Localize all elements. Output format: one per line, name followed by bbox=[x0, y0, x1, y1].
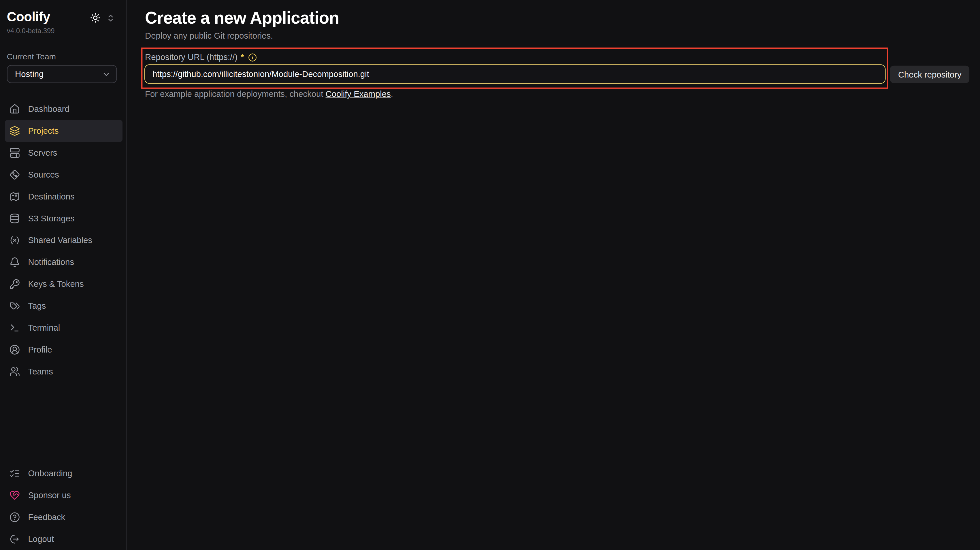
sidebar-item-sources[interactable]: Sources bbox=[5, 164, 123, 186]
git-branch-icon bbox=[10, 170, 20, 180]
sidebar-item-terminal[interactable]: Terminal bbox=[5, 317, 123, 339]
sidebar-item-label: Sources bbox=[28, 170, 59, 180]
sidebar-footer-nav: Onboarding Sponsor us Feedback Logout bbox=[5, 463, 123, 550]
terminal-icon bbox=[10, 323, 20, 333]
logout-icon bbox=[10, 534, 20, 545]
key-icon bbox=[10, 279, 20, 289]
sidebar-item-dashboard[interactable]: Dashboard bbox=[5, 98, 123, 120]
main-content: Create a new Application Deploy any publ… bbox=[127, 0, 980, 550]
bell-icon bbox=[10, 257, 20, 267]
repository-url-input[interactable] bbox=[145, 64, 886, 84]
home-icon bbox=[10, 104, 20, 114]
sidebar: Coolify v4.0.0-beta.399 Current Team Hos… bbox=[0, 0, 127, 550]
sidebar-item-servers[interactable]: Servers bbox=[5, 142, 123, 164]
sidebar-header: Coolify v4.0.0-beta.399 bbox=[0, 0, 126, 34]
current-team-label: Current Team bbox=[7, 52, 56, 61]
sidebar-item-label: Dashboard bbox=[28, 104, 70, 114]
sidebar-item-sponsor-us[interactable]: Sponsor us bbox=[5, 484, 123, 506]
helper-suffix: . bbox=[391, 89, 393, 99]
theme-toggle-sun-icon[interactable] bbox=[90, 13, 100, 23]
heart-handshake-icon bbox=[10, 490, 20, 501]
checklist-icon bbox=[10, 468, 20, 479]
sidebar-item-shared-variables[interactable]: Shared Variables bbox=[5, 229, 123, 251]
page-subtitle: Deploy any public Git repositories. bbox=[145, 31, 273, 41]
sidebar-item-teams[interactable]: Teams bbox=[5, 361, 123, 383]
sidebar-nav: Dashboard Projects Servers Sources Desti… bbox=[5, 98, 123, 383]
sidebar-item-label: Teams bbox=[28, 367, 53, 377]
sidebar-item-label: Destinations bbox=[28, 192, 75, 202]
layers-icon bbox=[10, 126, 20, 136]
page-title: Create a new Application bbox=[145, 9, 339, 28]
sidebar-item-label: Projects bbox=[28, 126, 59, 136]
chevrons-up-down-icon[interactable] bbox=[107, 14, 115, 22]
sidebar-item-label: Onboarding bbox=[28, 469, 72, 478]
sidebar-item-onboarding[interactable]: Onboarding bbox=[5, 463, 123, 485]
sidebar-item-label: Profile bbox=[28, 345, 52, 354]
map-icon bbox=[10, 191, 20, 202]
sidebar-item-label: Sponsor us bbox=[28, 491, 71, 500]
sidebar-item-label: Keys & Tokens bbox=[28, 279, 84, 289]
sidebar-item-tags[interactable]: Tags bbox=[5, 295, 123, 317]
sidebar-item-s3-storages[interactable]: S3 Storages bbox=[5, 208, 123, 229]
sidebar-item-destinations[interactable]: Destinations bbox=[5, 186, 123, 208]
variables-icon bbox=[10, 235, 20, 246]
sidebar-item-label: Shared Variables bbox=[28, 235, 92, 245]
sidebar-item-logout[interactable]: Logout bbox=[5, 528, 123, 550]
app-logo: Coolify bbox=[7, 10, 55, 24]
users-icon bbox=[10, 366, 20, 377]
database-icon bbox=[10, 213, 20, 224]
coolify-examples-link[interactable]: Coolify Examples bbox=[326, 89, 391, 99]
sidebar-item-notifications[interactable]: Notifications bbox=[5, 251, 123, 273]
help-icon bbox=[10, 512, 20, 523]
chevron-down-icon bbox=[102, 70, 110, 78]
sidebar-item-projects[interactable]: Projects bbox=[5, 120, 123, 142]
repo-url-label: Repository URL (https://) bbox=[145, 52, 237, 62]
sidebar-item-label: Logout bbox=[28, 534, 54, 544]
sidebar-item-feedback[interactable]: Feedback bbox=[5, 506, 123, 528]
sidebar-item-label: Tags bbox=[28, 301, 46, 311]
helper-text: For example application deployments, che… bbox=[145, 89, 393, 99]
server-icon bbox=[10, 148, 20, 158]
helper-prefix: For example application deployments, che… bbox=[145, 89, 325, 99]
required-asterisk: * bbox=[241, 52, 244, 62]
team-select-value: Hosting bbox=[15, 70, 43, 79]
sidebar-item-label: Notifications bbox=[28, 258, 74, 267]
tags-icon bbox=[10, 300, 20, 311]
sidebar-item-label: S3 Storages bbox=[28, 214, 75, 223]
sidebar-item-profile[interactable]: Profile bbox=[5, 339, 123, 361]
sidebar-item-label: Servers bbox=[28, 148, 57, 158]
user-icon bbox=[10, 345, 20, 355]
sidebar-item-keys-tokens[interactable]: Keys & Tokens bbox=[5, 273, 123, 295]
repo-url-field-label-row: Repository URL (https://) * bbox=[145, 52, 257, 62]
sidebar-item-label: Feedback bbox=[28, 512, 65, 522]
app-version: v4.0.0-beta.399 bbox=[7, 27, 55, 34]
check-repository-button[interactable]: Check repository bbox=[890, 66, 970, 83]
app-root: Coolify v4.0.0-beta.399 Current Team Hos… bbox=[0, 0, 980, 550]
annotation-highlight-box: Repository URL (https://) * bbox=[141, 48, 888, 89]
sidebar-item-label: Terminal bbox=[28, 323, 60, 333]
info-icon[interactable] bbox=[248, 53, 257, 61]
team-select[interactable]: Hosting bbox=[7, 65, 117, 83]
